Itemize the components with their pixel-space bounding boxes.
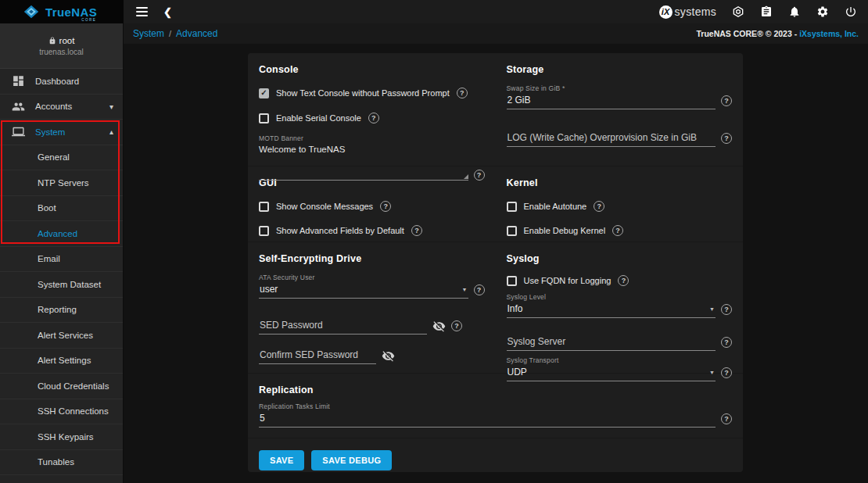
checkbox-box[interactable]: ✓ <box>507 202 517 212</box>
power-icon[interactable] <box>845 5 857 18</box>
help-icon[interactable]: ? <box>612 225 623 236</box>
swap-size-field[interactable]: Swap Size in GiB * 2 GiB ? <box>507 84 733 109</box>
help-icon[interactable]: ? <box>474 284 485 295</box>
motd-input-underline[interactable] <box>259 173 468 181</box>
help-icon[interactable]: ? <box>721 304 732 315</box>
checkbox-enable-debug-kernel[interactable]: ✓ Enable Debug Kernel ? <box>507 225 733 236</box>
ata-security-user-value[interactable]: user <box>260 284 278 295</box>
section-title: Self-Encrypting Drive <box>259 253 485 264</box>
syslog-transport-select[interactable]: Syslog Transport UDP ▼ ? <box>507 356 733 381</box>
sidebar-subitem-ntp-servers[interactable]: NTP Servers <box>0 170 123 196</box>
checkbox-box[interactable]: ✓ <box>259 113 269 123</box>
settings-gear-icon[interactable] <box>816 5 829 18</box>
help-icon[interactable]: ? <box>721 133 732 144</box>
ixsystems-link[interactable]: iXsystems, Inc. <box>799 29 859 38</box>
sidebar-subitem-ssh-connections[interactable]: SSH Connections <box>0 399 123 425</box>
help-icon[interactable]: ? <box>721 337 732 348</box>
sidebar-subitem-email[interactable]: Email <box>0 247 123 273</box>
sed-password-field[interactable]: SED Password ? <box>259 317 485 335</box>
motd-value[interactable]: Welcome to TrueNAS <box>259 145 485 154</box>
checkbox-enable-serial-console[interactable]: ✓ Enable Serial Console ? <box>259 113 485 123</box>
sidebar-item-dashboard[interactable]: Dashboard <box>0 69 123 95</box>
help-icon[interactable]: ? <box>721 413 732 424</box>
breadcrumb-system-link[interactable]: System <box>133 28 164 39</box>
sidebar-subitem-advanced[interactable]: Advanced <box>0 221 123 247</box>
ata-security-user-select[interactable]: ATA Security User user ▼ ? <box>259 274 485 299</box>
sidebar-item-accounts[interactable]: Accounts ▾ <box>0 95 123 120</box>
task-manager-icon[interactable] <box>760 5 773 18</box>
help-icon[interactable]: ? <box>721 95 732 106</box>
sidebar-subitem-general[interactable]: General <box>0 145 123 171</box>
help-icon[interactable]: ? <box>368 113 379 123</box>
truenas-logo-icon <box>23 4 39 20</box>
help-icon[interactable]: ? <box>380 201 391 212</box>
copyright-note: TrueNAS CORE® © 2023 - iXsystems, Inc. <box>697 29 859 38</box>
collapse-sidenav-icon[interactable]: ❮ <box>163 7 172 17</box>
syslog-transport-value[interactable]: UDP <box>508 367 527 377</box>
user-card: root truenas.local <box>0 23 123 69</box>
main-content: Console ✓ Show Text Console without Pass… <box>124 44 868 483</box>
section-kernel: Kernel ✓ Enable Autotune ? ✓ Enable Debu… <box>507 166 733 242</box>
chevron-down-icon: ▾ <box>109 102 113 111</box>
checkbox-box[interactable]: ✓ <box>507 276 517 286</box>
advanced-settings-card: Console ✓ Show Text Console without Pass… <box>248 53 743 472</box>
hostname: truenas.local <box>39 48 84 56</box>
help-icon[interactable]: ? <box>411 225 422 236</box>
system-icon <box>12 125 25 138</box>
syslog-level-value[interactable]: Info <box>508 303 523 314</box>
sidebar-subitem-system-dataset[interactable]: System Dataset <box>0 272 123 298</box>
syslog-server-field[interactable]: Syslog Server ? <box>507 334 733 351</box>
check-icon: ✓ <box>260 89 267 97</box>
truenas-logo[interactable]: TrueNAS CORE <box>0 0 124 23</box>
sidebar-subitem-tunables[interactable]: Tunables <box>0 450 123 476</box>
select-caret-icon[interactable]: ▼ <box>709 370 715 375</box>
help-icon[interactable]: ? <box>721 367 732 378</box>
alerts-bell-icon[interactable] <box>788 5 801 18</box>
help-icon[interactable]: ? <box>451 320 462 331</box>
checkbox-box[interactable]: ✓ <box>259 226 269 236</box>
select-caret-icon[interactable]: ▼ <box>709 306 715 312</box>
sidebar-subitem-alert-settings[interactable]: Alert Settings <box>0 349 123 374</box>
section-title: Storage <box>507 64 733 75</box>
breadcrumb-advanced-link[interactable]: Advanced <box>176 28 217 39</box>
form-actions: SAVE SAVE DEBUG <box>248 438 743 472</box>
motd-banner-field[interactable]: MOTD Banner Welcome to TrueNAS ? <box>259 134 485 181</box>
hamburger-menu-icon[interactable] <box>136 7 148 16</box>
dashboard-icon <box>12 74 25 88</box>
sidebar-subitem-alert-services[interactable]: Alert Services <box>0 323 123 349</box>
sidebar-subitem-boot[interactable]: Boot <box>0 196 123 222</box>
syslog-level-select[interactable]: Syslog Level Info ▼ ? <box>507 293 733 318</box>
checkbox-show-advanced-fields[interactable]: ✓ Show Advanced Fields by Default ? <box>259 225 485 236</box>
checkbox-box[interactable]: ✓ <box>507 226 517 236</box>
sidebar-subitem-cloud-credentials[interactable]: Cloud Credentials <box>0 374 123 399</box>
visibility-off-icon[interactable] <box>382 349 395 363</box>
sidebar-subitem-reporting[interactable]: Reporting <box>0 298 123 324</box>
help-icon[interactable]: ? <box>594 201 604 212</box>
visibility-off-icon[interactable] <box>432 320 446 333</box>
log-overprovision-field[interactable]: LOG (Write Cache) Overprovision Size in … <box>507 130 733 147</box>
checkbox-enable-autotune[interactable]: ✓ Enable Autotune ? <box>507 201 733 212</box>
truecommand-icon[interactable] <box>732 5 744 18</box>
checkbox-box[interactable]: ✓ <box>259 202 269 212</box>
swap-size-value[interactable]: 2 GiB <box>508 95 531 106</box>
sidebar-item-system[interactable]: System ▴ <box>0 120 123 145</box>
confirm-sed-password-field[interactable]: Confirm SED Password <box>259 347 485 364</box>
checkbox-show-text-console[interactable]: ✓ Show Text Console without Password Pro… <box>259 88 485 98</box>
checkbox-box[interactable]: ✓ <box>259 88 269 98</box>
checkbox-use-fqdn[interactable]: ✓ Use FQDN for Logging ? <box>507 275 733 286</box>
save-debug-button[interactable]: SAVE DEBUG <box>311 450 392 470</box>
replication-tasks-limit-field[interactable]: Replication Tasks Limit 5 ? <box>259 402 732 428</box>
brand-text: TrueNAS CORE <box>45 6 97 18</box>
replication-tasks-limit-value[interactable]: 5 <box>260 413 265 424</box>
sidebar-subitem-ssh-keypairs[interactable]: SSH Keypairs <box>0 424 123 450</box>
truenas-app-window: TrueNAS CORE ❮ iX systems <box>0 0 868 483</box>
breadcrumb-bar: System / Advanced TrueNAS CORE® © 2023 -… <box>124 23 868 44</box>
ixsystems-logo[interactable]: iX systems <box>659 5 716 19</box>
help-icon[interactable]: ? <box>618 275 629 286</box>
resize-handle-icon[interactable] <box>464 174 468 179</box>
save-button[interactable]: SAVE <box>259 450 304 470</box>
checkbox-show-console-messages[interactable]: ✓ Show Console Messages ? <box>259 201 485 212</box>
accounts-icon <box>12 100 25 113</box>
select-caret-icon[interactable]: ▼ <box>462 287 468 292</box>
help-icon[interactable]: ? <box>457 88 468 98</box>
